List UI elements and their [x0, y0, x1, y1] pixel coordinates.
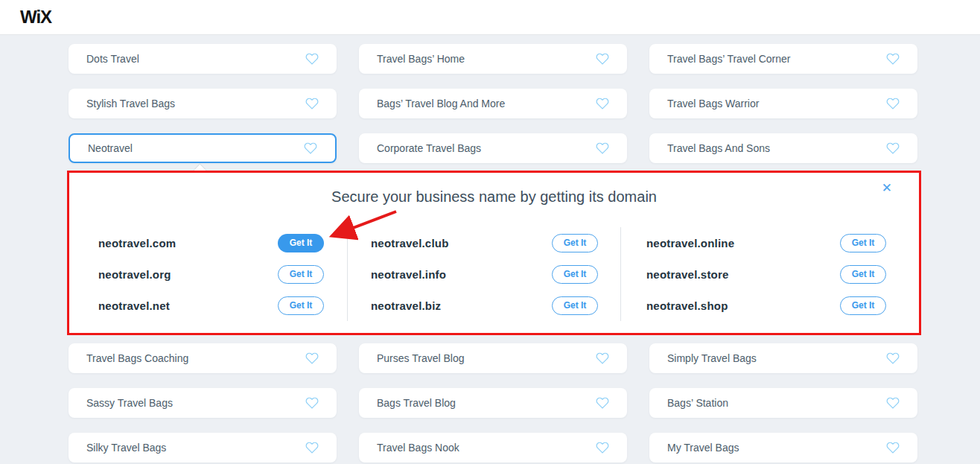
heart-icon[interactable]: [596, 97, 609, 110]
name-card[interactable]: Simply Travel Bags: [649, 343, 917, 373]
name-card-label: Silky Travel Bags: [86, 442, 166, 454]
name-card[interactable]: Corporate Travel Bags: [359, 133, 627, 163]
domain-popup: Secure your business name by getting its…: [67, 171, 921, 335]
name-card-label: My Travel Bags: [667, 442, 739, 454]
heart-icon[interactable]: [886, 396, 900, 410]
wix-logo[interactable]: WiX: [20, 8, 51, 26]
get-it-button[interactable]: Get It: [552, 234, 598, 252]
name-card-selected[interactable]: Neotravel: [69, 133, 337, 163]
heart-icon[interactable]: [886, 441, 900, 454]
heart-icon[interactable]: [305, 352, 319, 365]
name-card[interactable]: Sassy Travel Bags: [69, 388, 337, 418]
domain-column: neotravel.online Get It neotravel.store …: [620, 227, 919, 321]
domain-row: neotravel.shop Get It: [646, 290, 886, 321]
domain-name: neotravel.club: [371, 237, 449, 250]
domain-row: neotravel.com Get It: [98, 227, 324, 258]
name-card[interactable]: Silky Travel Bags: [69, 433, 337, 463]
domain-name: neotravel.net: [98, 299, 170, 312]
domain-name: neotravel.online: [646, 237, 734, 250]
name-card-label: Travel Bags Coaching: [86, 352, 188, 364]
name-card-label: Simply Travel Bags: [667, 352, 757, 364]
top-bar: WiX: [0, 0, 980, 35]
name-card[interactable]: My Travel Bags: [649, 433, 917, 463]
heart-icon[interactable]: [305, 441, 319, 454]
domain-name: neotravel.info: [371, 268, 446, 281]
name-suggestions-page: Dots Travel Travel Bags’ Home Travel Bag…: [0, 35, 980, 463]
get-it-button[interactable]: Get It: [840, 234, 886, 252]
heart-icon[interactable]: [596, 396, 609, 410]
domain-name: neotravel.biz: [371, 299, 441, 312]
heart-icon[interactable]: [596, 142, 609, 155]
domain-row: neotravel.info Get It: [371, 258, 598, 290]
heart-icon[interactable]: [886, 142, 900, 155]
heart-icon[interactable]: [886, 97, 900, 110]
name-card-label: Sassy Travel Bags: [86, 397, 173, 409]
name-card[interactable]: Travel Bags Coaching: [69, 343, 337, 373]
get-it-button[interactable]: Get It: [552, 265, 598, 284]
heart-icon[interactable]: [596, 352, 609, 365]
heart-icon[interactable]: [304, 142, 317, 155]
domain-column: neotravel.club Get It neotravel.info Get…: [347, 227, 620, 321]
domain-column: neotravel.com Get It neotravel.org Get I…: [69, 227, 347, 321]
get-it-button[interactable]: Get It: [278, 296, 324, 315]
name-card-label: Neotravel: [88, 142, 133, 154]
domain-row: neotravel.biz Get It: [371, 290, 598, 321]
name-card[interactable]: Bags Travel Blog: [359, 388, 627, 418]
name-card-label: Travel Bags’ Travel Corner: [667, 53, 790, 65]
names-grid-bottom: Travel Bags Coaching Purses Travel Blog …: [69, 343, 917, 463]
name-card-label: Purses Travel Blog: [377, 352, 465, 364]
get-it-button[interactable]: Get It: [840, 265, 886, 284]
popup-title: Secure your business name by getting its…: [69, 188, 919, 206]
domain-row: neotravel.club Get It: [371, 227, 598, 258]
name-card-label: Corporate Travel Bags: [377, 142, 481, 154]
domain-row: neotravel.online Get It: [646, 227, 886, 258]
get-it-button[interactable]: Get It: [278, 265, 324, 284]
name-card-label: Travel Bags And Sons: [667, 142, 770, 154]
name-card-label: Travel Bags’ Home: [377, 53, 465, 65]
name-card[interactable]: Travel Bags’ Travel Corner: [649, 44, 917, 74]
name-card-label: Bags’ Station: [667, 397, 728, 409]
heart-icon[interactable]: [596, 441, 609, 454]
heart-icon[interactable]: [886, 352, 900, 365]
heart-icon[interactable]: [596, 52, 609, 66]
name-card[interactable]: Travel Bags Warrior: [649, 89, 917, 118]
name-card-label: Dots Travel: [86, 53, 139, 65]
get-it-button[interactable]: Get It: [278, 234, 324, 252]
name-card[interactable]: Bags’ Station: [649, 388, 917, 418]
name-card-label: Bags Travel Blog: [377, 397, 456, 409]
names-grid-top: Dots Travel Travel Bags’ Home Travel Bag…: [69, 44, 917, 163]
name-card[interactable]: Travel Bags’ Home: [359, 44, 627, 74]
name-card-label: Travel Bags Warrior: [667, 98, 759, 109]
domain-name: neotravel.store: [646, 268, 729, 281]
name-card[interactable]: Travel Bags And Sons: [649, 133, 917, 163]
name-card-label: Bags’ Travel Blog And More: [377, 98, 505, 109]
name-card[interactable]: Dots Travel: [69, 44, 337, 74]
get-it-button[interactable]: Get It: [552, 296, 598, 315]
domain-list: neotravel.com Get It neotravel.org Get I…: [69, 227, 919, 321]
name-card[interactable]: Stylish Travel Bags: [69, 89, 337, 118]
heart-icon[interactable]: [305, 52, 319, 66]
domain-row: neotravel.store Get It: [646, 258, 886, 290]
close-icon[interactable]: ✕: [879, 179, 895, 197]
name-card-label: Travel Bags Nook: [377, 442, 459, 454]
domain-name: neotravel.org: [98, 268, 171, 281]
name-card[interactable]: Bags’ Travel Blog And More: [359, 89, 627, 118]
domain-row: neotravel.net Get It: [98, 290, 324, 321]
name-card-label: Stylish Travel Bags: [86, 98, 175, 109]
domain-name: neotravel.com: [98, 237, 176, 250]
domain-row: neotravel.org Get It: [98, 258, 324, 290]
heart-icon[interactable]: [305, 396, 319, 410]
heart-icon[interactable]: [886, 52, 900, 66]
get-it-button[interactable]: Get It: [840, 296, 886, 315]
domain-name: neotravel.shop: [646, 299, 728, 312]
name-card[interactable]: Purses Travel Blog: [359, 343, 627, 373]
name-card[interactable]: Travel Bags Nook: [359, 433, 627, 463]
heart-icon[interactable]: [305, 97, 319, 110]
domain-popup-wrap: Secure your business name by getting its…: [67, 171, 921, 335]
